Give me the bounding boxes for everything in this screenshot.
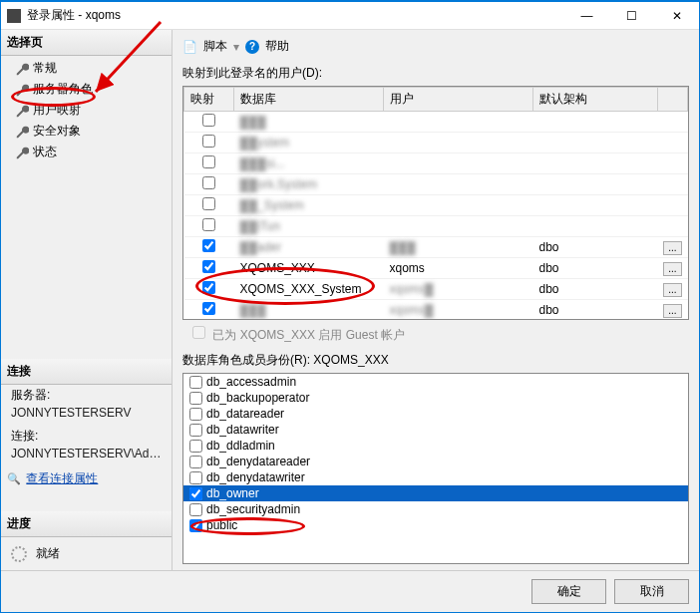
user-cell: xqoms [384,258,533,279]
role-item[interactable]: db_owner [183,485,688,501]
map-checkbox[interactable] [202,302,215,315]
user-mapping-grid[interactable]: 映射 数据库 用户 默认架构 ▓▓▓▓▓ystem▓▓▓si...▓▓ork.S… [182,86,689,320]
db-cell: ▓▓ork.System [234,174,384,195]
server-value: JONNYTESTERSERV [1,406,172,426]
user-cell [384,174,533,195]
map-checkbox[interactable] [202,155,215,168]
main-panel: 📄 脚本 ▾ ? 帮助 映射到此登录名的用户(D): 映射 数据库 用户 默认架… [173,30,699,570]
schema-browse-button[interactable]: ... [663,241,681,255]
ok-button[interactable]: 确定 [531,579,606,604]
table-row[interactable]: ▓▓_System [184,195,688,216]
role-checkbox[interactable] [189,456,202,468]
sidebar-item-4[interactable]: 状态 [1,142,172,162]
close-button[interactable]: ✕ [654,2,699,30]
role-name: db_securityadmin [206,502,300,516]
role-name: db_datawriter [206,423,279,437]
map-checkbox[interactable] [202,218,215,231]
table-row[interactable]: ▓▓iTun [184,216,688,237]
view-connection-link[interactable]: 查看连接属性 [24,471,98,485]
table-row[interactable]: ▓▓▓si... [184,153,688,174]
help-button[interactable]: 帮助 [265,38,289,55]
table-row[interactable]: ▓▓ystem [184,133,688,153]
sidebar-item-label: 状态 [33,144,57,160]
role-item[interactable]: db_denydatareader [183,454,688,469]
db-cell: ▓▓▓ [234,112,384,133]
role-checkbox[interactable] [189,519,202,532]
minimize-button[interactable]: — [564,2,609,30]
spinner-icon [11,546,27,562]
guest-checkbox [192,326,205,339]
col-map[interactable]: 映射 [184,88,234,112]
role-checkbox[interactable] [189,471,202,484]
script-dropdown[interactable]: ▾ [233,40,239,54]
sidebar-header-progress: 进度 [1,511,172,537]
map-checkbox[interactable] [202,239,215,252]
script-button[interactable]: 脚本 [203,38,227,55]
role-item[interactable]: db_accessadmin [183,374,688,390]
role-list[interactable]: db_accessadmindb_backupoperatordb_datare… [182,373,689,564]
mapping-label: 映射到此登录名的用户(D): [182,63,689,86]
col-user[interactable]: 用户 [384,88,533,112]
schema-cell: dbo [533,237,658,258]
db-cell: XQOMS_XXX_System [234,279,384,300]
role-item[interactable]: db_datawriter [183,422,688,438]
role-name: db_denydatawriter [206,470,305,484]
map-checkbox[interactable] [202,135,215,148]
schema-browse-button[interactable]: ... [663,262,681,276]
role-checkbox[interactable] [189,503,202,516]
table-row[interactable]: ▓▓ork.System [184,174,688,195]
role-name: db_ddladmin [206,439,275,453]
map-checkbox[interactable] [202,281,215,294]
role-checkbox[interactable] [189,392,202,405]
map-checkbox[interactable] [202,197,215,210]
sidebar-item-0[interactable]: 常规 [1,58,172,79]
table-row[interactable]: ▓▓▓xqoms▓dbo... [184,300,688,321]
role-item[interactable]: public [183,517,688,533]
role-name: db_denydatareader [206,455,310,468]
help-icon: ? [245,40,259,54]
sidebar-item-label: 服务器角色 [33,81,93,98]
sidebar-item-2[interactable]: 用户映射 [1,100,172,121]
connection-value: JONNYTESTERSERV\Administrat [1,447,172,466]
user-cell [384,133,533,153]
role-checkbox[interactable] [189,440,202,453]
sidebar-header-connection: 连接 [1,359,172,385]
user-cell [384,216,533,237]
db-cell: ▓▓▓si... [234,153,384,174]
role-name: db_owner [206,486,259,500]
role-item[interactable]: db_backupoperator [183,390,688,406]
maximize-button[interactable]: ☐ [609,2,654,30]
table-row[interactable]: XQOMS_XXXxqomsdbo... [184,258,688,279]
wrench-icon [15,146,29,159]
guest-row: 已为 XQOMS_XXX 启用 Guest 帐户 [182,320,689,350]
role-checkbox[interactable] [189,424,202,437]
col-database[interactable]: 数据库 [234,88,384,112]
schema-cell [533,174,658,195]
schema-browse-button[interactable]: ... [663,283,681,297]
schema-cell [533,153,658,174]
map-checkbox[interactable] [202,260,215,273]
role-checkbox[interactable] [189,487,202,500]
table-row[interactable]: ▓▓▓ [184,112,688,133]
script-icon: 📄 [182,40,197,54]
table-row[interactable]: XQOMS_XXX_Systemxqoms▓dbo... [184,279,688,300]
cancel-button[interactable]: 取消 [614,579,689,604]
roles-label: 数据库角色成员身份(R): XQOMS_XXX [182,350,689,373]
schema-browse-button[interactable]: ... [663,304,681,318]
map-checkbox[interactable] [202,114,215,127]
table-row[interactable]: ▓▓ader▓▓▓dbo... [184,237,688,258]
role-checkbox[interactable] [189,408,202,421]
role-item[interactable]: db_denydatawriter [183,469,688,485]
user-cell [384,195,533,216]
sidebar-item-label: 安全对象 [33,123,81,140]
role-item[interactable]: db_securityadmin [183,501,688,517]
role-checkbox[interactable] [189,376,202,389]
sidebar-item-3[interactable]: 安全对象 [1,121,172,142]
schema-cell: dbo [533,258,658,279]
col-schema[interactable]: 默认架构 [533,88,658,112]
role-item[interactable]: db_ddladmin [183,438,688,454]
role-item[interactable]: db_datareader [183,406,688,422]
titlebar: 登录属性 - xqoms — ☐ ✕ [1,2,699,30]
sidebar-item-1[interactable]: 服务器角色 [1,79,172,100]
map-checkbox[interactable] [202,176,215,189]
